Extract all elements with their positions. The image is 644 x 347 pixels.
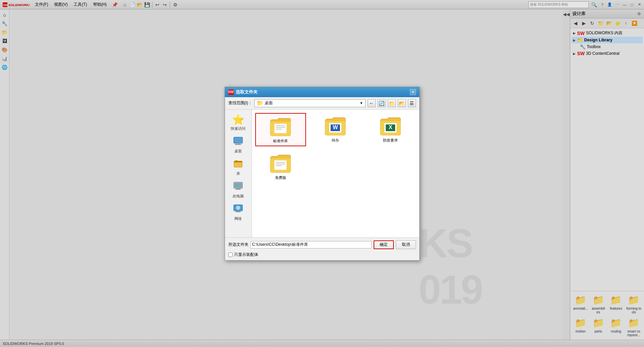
lookup-label: 查找范围(I)： (228, 100, 252, 106)
svg-rect-11 (236, 188, 240, 189)
file-label-daiban: 待办 (332, 138, 339, 143)
file-icon-daiban: W (325, 115, 346, 137)
svg-rect-5 (235, 144, 241, 145)
svg-rect-7 (234, 161, 242, 162)
file-dialog-content: 标准件库 W 待办 (252, 110, 419, 237)
svg-text:W: W (333, 124, 338, 130)
quick-access-icon: ⭐ (232, 114, 244, 125)
checkbox-row: 只显示装配体 (228, 252, 416, 258)
desktop-icon (233, 137, 243, 148)
confirm-button[interactable]: 确定 (374, 240, 394, 249)
library-icon (233, 159, 243, 170)
dialog-close-button[interactable]: ✕ (410, 89, 416, 95)
file-label-biaozhunjianku: 标准件库 (273, 139, 288, 144)
svg-rect-15 (235, 211, 241, 212)
computer-icon (233, 182, 243, 193)
file-icon-biaozhunjianku (270, 116, 291, 137)
sidebar-desktop[interactable]: 桌面 (226, 135, 250, 155)
file-dialog-sidebar: ⭐ 快速访问 桌面 (225, 110, 252, 237)
file-item-mianfei[interactable]: 免费版 (255, 150, 306, 182)
path-row: 所选文件夹 确定 取消 (228, 240, 416, 249)
file-dialog-titlebar: SW 选取文件夹 ✕ (225, 87, 419, 97)
file-label-mianfei: 免费版 (275, 175, 286, 180)
dialog-title-icon: SW (228, 89, 234, 95)
svg-rect-4 (236, 143, 240, 144)
network-icon (233, 204, 243, 216)
sidebar-quick-access[interactable]: ⭐ 快速访问 (226, 112, 250, 132)
svg-text:X: X (388, 124, 392, 130)
show-assemblies-label[interactable]: 只显示装配体 (234, 252, 258, 258)
sidebar-network[interactable]: 网络 (226, 203, 250, 223)
svg-rect-3 (234, 137, 242, 143)
lookup-folder-icon: 📁 (257, 100, 263, 106)
svg-rect-30 (274, 160, 287, 170)
file-icon-fangyi: X (380, 115, 401, 137)
file-dialog-footer: 所选文件夹 确定 取消 只显示装配体 (225, 237, 419, 260)
svg-rect-20 (274, 124, 287, 133)
svg-rect-12 (235, 189, 241, 190)
sidebar-library[interactable]: 库 (226, 158, 250, 178)
lookup-dropdown[interactable]: 📁 桌面 ▼ (254, 99, 366, 107)
nav-view-btn[interactable]: ☰ (408, 99, 416, 107)
nav-folder-btn[interactable]: 📁 (388, 99, 396, 107)
lookup-dropdown-arrow: ▼ (360, 101, 363, 105)
cancel-button[interactable]: 取消 (396, 240, 416, 249)
file-dialog-toolbar: 查找范围(I)： 📁 桌面 ▼ ← 🔄 📁 📂 ☰ (225, 97, 419, 110)
file-item-fangyi[interactable]: X 防疫要求 (365, 113, 416, 146)
dialog-overlay: SW 选取文件夹 ✕ 查找范围(I)： 📁 桌面 ▼ ← 🔄 📁 📂 ☰ (0, 0, 644, 347)
svg-rect-10 (234, 183, 242, 188)
svg-rect-8 (235, 160, 237, 162)
path-input[interactable] (251, 241, 372, 248)
file-icon-mianfei (270, 152, 291, 174)
dialog-title-left: SW 选取文件夹 (228, 89, 258, 95)
nav-newfolder-btn[interactable]: 📂 (398, 99, 406, 107)
svg-rect-14 (236, 211, 240, 211)
file-item-daiban[interactable]: W 待办 (310, 113, 361, 146)
nav-back-btn[interactable]: ← (368, 99, 376, 107)
file-item-biaozhunjianku[interactable]: 标准件库 (255, 113, 306, 146)
nav-up-btn[interactable]: 🔄 (378, 99, 386, 107)
file-label-fangyi: 防疫要求 (383, 138, 398, 143)
file-dialog-body: ⭐ 快速访问 桌面 (225, 110, 419, 237)
dialog-title-text: 选取文件夹 (236, 89, 258, 95)
show-assemblies-checkbox[interactable] (228, 253, 233, 257)
path-label: 所选文件夹 (228, 242, 249, 247)
sidebar-computer[interactable]: 此电脑 (226, 180, 250, 200)
file-dialog: SW 选取文件夹 ✕ 查找范围(I)： 📁 桌面 ▼ ← 🔄 📁 📂 ☰ (225, 87, 420, 261)
